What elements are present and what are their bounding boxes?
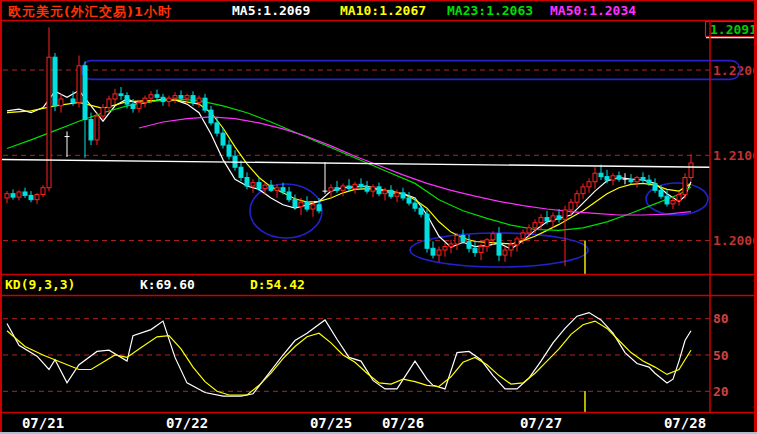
kd-k-value: K:69.60 xyxy=(140,277,195,292)
chart-canvas[interactable]: 1.22001.21001.200080502007/2107/2207/250… xyxy=(0,0,757,434)
ma10-line xyxy=(7,100,691,244)
trading-terminal-window: 1.22001.21001.200080502007/2107/2207/250… xyxy=(0,0,757,434)
kd-gridlines: 805020 xyxy=(3,311,729,399)
date-label: 07/27 xyxy=(520,415,562,431)
date-axis: 07/2107/2207/2507/2607/2707/28 xyxy=(22,415,706,431)
date-label: 07/21 xyxy=(22,415,64,431)
ma5-line xyxy=(7,91,691,250)
price-tick-label: 1.2100 xyxy=(713,148,757,163)
window-frame xyxy=(0,0,757,434)
date-label: 07/25 xyxy=(310,415,352,431)
ellipse-annotation xyxy=(250,184,322,238)
last-price-value: 1.2091 xyxy=(710,22,757,37)
ma10-legend: MA10:1.2067 xyxy=(340,3,426,18)
price-tick-label: 1.2000 xyxy=(713,233,757,248)
candles-layer xyxy=(5,27,693,266)
kd-tick-label: 50 xyxy=(713,348,729,363)
kd-indicator-name: KD(9,3,3) xyxy=(5,277,75,292)
ma23-line xyxy=(7,99,691,230)
moving-averages xyxy=(7,91,691,250)
k-line xyxy=(7,313,691,397)
price-tick-label: 1.2200 xyxy=(713,63,757,78)
date-label: 07/28 xyxy=(664,415,706,431)
ma23-legend: MA23:1.2063 xyxy=(447,3,533,18)
ma50-legend: MA50:1.2034 xyxy=(550,3,636,18)
d-line xyxy=(7,321,691,395)
date-label: 07/22 xyxy=(166,415,208,431)
kd-tick-label: 20 xyxy=(713,384,729,399)
horizontal-trendline[interactable] xyxy=(0,160,710,168)
date-label: 07/26 xyxy=(382,415,424,431)
ma5-legend: MA5:1.2069 xyxy=(232,3,310,18)
kd-d-value: D:54.42 xyxy=(250,277,305,292)
main-gridlines: 1.22001.21001.2000 xyxy=(3,63,757,249)
instrument-title: 欧元美元(外汇交易)1小时 xyxy=(8,3,172,21)
kd-tick-label: 80 xyxy=(713,311,729,326)
last-price-badge: 1.2091 xyxy=(706,22,757,37)
